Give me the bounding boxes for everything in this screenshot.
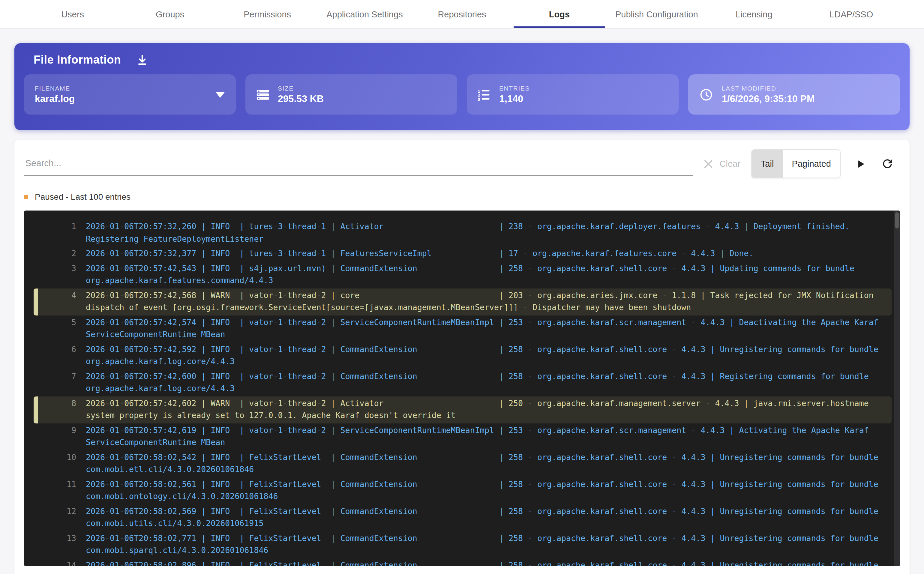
size-value: 295.53 KB bbox=[278, 93, 324, 104]
log-line-text: 2026-01-06T20:57:32,260 | INFO | tures-3… bbox=[86, 221, 887, 245]
log-line-number: 4 bbox=[38, 289, 76, 314]
entries-value: 1,140 bbox=[499, 93, 530, 104]
view-mode-toggle: Tail Paginated bbox=[751, 149, 840, 178]
log-line-text: 2026-01-06T20:57:42,619 | INFO | vator-1… bbox=[86, 424, 887, 449]
tab-publish-configuration[interactable]: Publish Configuration bbox=[608, 0, 705, 28]
last-modified-label: LAST MODIFIED bbox=[722, 85, 815, 92]
log-line-text: 2026-01-06T20:57:42,600 | INFO | vator-1… bbox=[86, 371, 887, 395]
log-line-text: 2026-01-06T20:57:42,602 | WARN | vator-1… bbox=[86, 397, 887, 422]
size-card: SIZE 295.53 KB bbox=[245, 74, 457, 115]
tab-groups[interactable]: Groups bbox=[121, 0, 218, 28]
log-line-text: 2026-01-06T20:57:32,377 | INFO | tures-3… bbox=[86, 248, 887, 260]
log-line-text: 2026-01-06T20:57:42,568 | WARN | vator-1… bbox=[86, 289, 887, 314]
play-button[interactable] bbox=[855, 158, 866, 169]
log-entry: 32026-01-06T20:57:42,543 | INFO | s4j.pa… bbox=[33, 261, 892, 288]
log-line-text: 2026-01-06T20:58:02,542 | INFO | FelixSt… bbox=[86, 451, 887, 476]
paused-indicator-icon bbox=[24, 195, 28, 199]
storage-icon bbox=[256, 88, 269, 101]
tab-licensing[interactable]: Licensing bbox=[705, 0, 802, 28]
log-entry: 62026-01-06T20:57:42,592 | INFO | vator-… bbox=[33, 342, 892, 369]
log-line-number: 8 bbox=[38, 397, 76, 422]
log-line-number: 11 bbox=[38, 478, 76, 503]
log-line-text: 2026-01-06T20:58:02,561 | INFO | FelixSt… bbox=[86, 478, 887, 503]
log-toolbar: Clear Tail Paginated bbox=[14, 140, 910, 178]
entries-card: 123 ENTRIES 1,140 bbox=[467, 74, 679, 115]
log-line-number: 6 bbox=[38, 344, 76, 368]
log-line-text: 2026-01-06T20:57:42,592 | INFO | vator-1… bbox=[86, 344, 887, 368]
log-viewer: 12026-01-06T20:57:32,260 | INFO | tures-… bbox=[24, 211, 900, 566]
log-line-number: 14 bbox=[38, 559, 76, 566]
tab-ldap-sso[interactable]: LDAP/SSO bbox=[803, 0, 900, 28]
log-entry: 22026-01-06T20:57:32,377 | INFO | tures-… bbox=[33, 246, 892, 261]
tab-users[interactable]: Users bbox=[24, 0, 121, 28]
log-line-text: 2026-01-06T20:58:02,569 | INFO | FelixSt… bbox=[86, 505, 887, 530]
download-button[interactable] bbox=[135, 54, 148, 66]
tab-repositories[interactable]: Repositories bbox=[414, 0, 510, 28]
log-line-number: 3 bbox=[38, 262, 76, 287]
top-nav: UsersGroupsPermissionsApplication Settin… bbox=[0, 0, 924, 29]
log-line-number: 10 bbox=[38, 451, 76, 476]
filename-card[interactable]: FILENAME karaf.log bbox=[24, 74, 236, 115]
log-line-text: 2026-01-06T20:58:02,896 | INFO | FelixSt… bbox=[86, 559, 887, 566]
log-entry: 82026-01-06T20:57:42,602 | WARN | vator-… bbox=[33, 396, 892, 423]
log-line-number: 2 bbox=[38, 248, 76, 260]
download-icon bbox=[135, 54, 148, 66]
close-icon bbox=[703, 158, 714, 169]
log-line-number: 13 bbox=[38, 532, 76, 557]
filename-label: FILENAME bbox=[35, 85, 75, 92]
log-entry: 122026-01-06T20:58:02,569 | INFO | Felix… bbox=[33, 504, 892, 531]
search-input[interactable] bbox=[24, 152, 693, 175]
svg-text:3: 3 bbox=[478, 97, 480, 101]
log-line-text: 2026-01-06T20:57:42,574 | INFO | vator-1… bbox=[86, 316, 887, 341]
log-scrollbar-track[interactable] bbox=[894, 211, 900, 566]
last-modified-card: LAST MODIFIED 1/6/2026, 9:35:10 PM bbox=[688, 74, 900, 115]
log-entry: 102026-01-06T20:58:02,542 | INFO | Felix… bbox=[33, 450, 892, 477]
file-information-panel: File Information FILENAME karaf.log bbox=[14, 43, 910, 130]
tail-status: Paused - Last 100 entries bbox=[24, 192, 900, 202]
svg-text:1: 1 bbox=[478, 89, 480, 93]
log-line-text: 2026-01-06T20:58:02,771 | INFO | FelixSt… bbox=[86, 532, 887, 557]
log-line-number: 1 bbox=[38, 221, 76, 245]
log-line-number: 12 bbox=[38, 505, 76, 530]
play-icon bbox=[855, 158, 866, 169]
chevron-down-icon[interactable] bbox=[215, 91, 225, 98]
log-line-text: 2026-01-06T20:57:42,543 | INFO | s4j.pax… bbox=[86, 262, 887, 287]
log-entry: 42026-01-06T20:57:42,568 | WARN | vator-… bbox=[33, 288, 892, 315]
tail-toggle-button[interactable]: Tail bbox=[752, 150, 783, 178]
refresh-button[interactable] bbox=[881, 157, 894, 170]
clear-button[interactable]: Clear bbox=[703, 158, 741, 169]
log-entry: 12026-01-06T20:57:32,260 | INFO | tures-… bbox=[33, 219, 892, 246]
svg-text:2: 2 bbox=[478, 93, 480, 97]
page: UsersGroupsPermissionsApplication Settin… bbox=[0, 0, 924, 574]
log-entry: 142026-01-06T20:58:02,896 | INFO | Felix… bbox=[33, 558, 892, 566]
status-text: Paused - Last 100 entries bbox=[35, 192, 131, 202]
numbered-list-icon: 123 bbox=[478, 88, 491, 101]
log-entry: 112026-01-06T20:58:02,561 | INFO | Felix… bbox=[33, 477, 892, 504]
log-entry: 52026-01-06T20:57:42,574 | INFO | vator-… bbox=[33, 315, 892, 342]
log-scrollbar-thumb[interactable] bbox=[895, 212, 899, 229]
last-modified-value: 1/6/2026, 9:35:10 PM bbox=[722, 93, 815, 104]
tab-permissions[interactable]: Permissions bbox=[219, 0, 316, 28]
log-line-number: 9 bbox=[38, 424, 76, 449]
log-entry: 72026-01-06T20:57:42,600 | INFO | vator-… bbox=[33, 369, 892, 396]
panel-title: File Information bbox=[33, 54, 121, 66]
tab-application-settings[interactable]: Application Settings bbox=[316, 0, 413, 28]
filename-value: karaf.log bbox=[35, 93, 75, 104]
log-card: Clear Tail Paginated Paused - Last 100 e… bbox=[14, 140, 910, 574]
refresh-icon bbox=[881, 157, 894, 170]
entries-label: ENTRIES bbox=[499, 85, 530, 92]
log-line-number: 7 bbox=[38, 371, 76, 395]
clear-label: Clear bbox=[720, 159, 741, 169]
paginated-toggle-button[interactable]: Paginated bbox=[783, 150, 840, 178]
log-line-number: 5 bbox=[38, 316, 76, 341]
log-entry: 132026-01-06T20:58:02,771 | INFO | Felix… bbox=[33, 531, 892, 558]
tab-logs[interactable]: Logs bbox=[510, 0, 608, 28]
log-entry: 92026-01-06T20:57:42,619 | INFO | vator-… bbox=[33, 423, 892, 450]
size-label: SIZE bbox=[278, 85, 324, 92]
clock-icon bbox=[699, 87, 713, 102]
